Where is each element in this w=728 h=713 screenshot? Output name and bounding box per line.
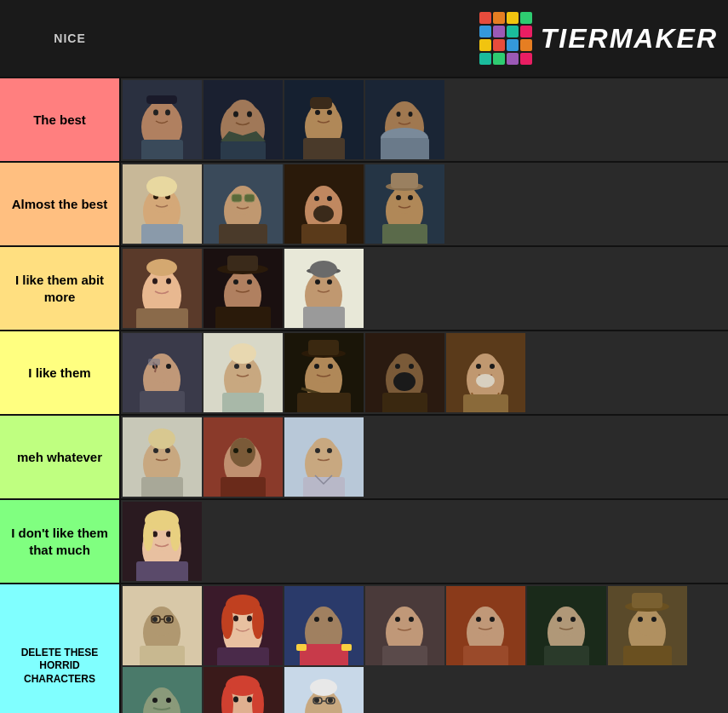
- list-item[interactable]: [123, 80, 202, 159]
- list-item[interactable]: [284, 80, 364, 159]
- list-item[interactable]: [365, 164, 444, 244]
- list-item[interactable]: [203, 80, 283, 159]
- svg-point-130: [153, 448, 158, 453]
- list-item[interactable]: [203, 417, 283, 497]
- logo-text: TiERMAKER: [541, 23, 718, 55]
- tier-row-meh: meh whatever: [0, 414, 728, 498]
- svg-rect-181: [300, 644, 348, 665]
- list-item[interactable]: [284, 417, 364, 497]
- svg-point-124: [490, 364, 495, 369]
- svg-rect-209: [623, 646, 672, 665]
- svg-point-118: [393, 372, 416, 391]
- list-item[interactable]: [284, 164, 364, 244]
- svg-rect-157: [136, 561, 188, 581]
- svg-point-213: [152, 698, 158, 703]
- svg-point-179: [314, 617, 319, 622]
- svg-point-78: [233, 279, 238, 285]
- list-item[interactable]: [365, 80, 444, 159]
- svg-rect-23: [221, 141, 266, 159]
- svg-point-140: [233, 448, 238, 453]
- list-item[interactable]: [123, 249, 202, 328]
- svg-point-141: [247, 448, 252, 453]
- list-item[interactable]: [203, 164, 283, 244]
- svg-point-73: [146, 259, 177, 276]
- list-item[interactable]: [446, 333, 525, 412]
- list-item[interactable]: [123, 417, 202, 497]
- svg-rect-201: [544, 646, 589, 665]
- svg-rect-119: [382, 393, 427, 412]
- svg-point-198: [553, 607, 579, 635]
- list-item[interactable]: [123, 586, 202, 665]
- tier-items-meh: [119, 416, 728, 498]
- svg-point-162: [166, 617, 171, 622]
- svg-rect-81: [227, 256, 258, 271]
- tier-row-best: The best: [0, 77, 728, 161]
- tier-items-dont-like: [119, 500, 728, 583]
- svg-rect-104: [222, 393, 264, 412]
- header: NICE: [0, 0, 728, 77]
- tier-items-delete: [119, 584, 728, 713]
- tier-row-almost: Almost the best: [0, 161, 728, 245]
- svg-point-64: [408, 195, 413, 200]
- svg-point-33: [391, 101, 418, 130]
- svg-point-56: [314, 196, 319, 201]
- list-item[interactable]: [284, 586, 364, 665]
- tiermaker-container: NICE: [0, 0, 728, 713]
- svg-point-79: [247, 279, 252, 285]
- svg-point-171: [247, 616, 252, 622]
- svg-point-188: [409, 617, 414, 622]
- svg-point-146: [315, 448, 320, 453]
- svg-point-35: [409, 112, 413, 117]
- svg-point-155: [143, 520, 153, 551]
- list-item[interactable]: [446, 586, 525, 665]
- list-item[interactable]: [284, 249, 364, 328]
- svg-rect-43: [141, 224, 183, 244]
- svg-point-71: [152, 279, 158, 285]
- tier-label-dont-like: I don't like them that much: [0, 500, 119, 583]
- svg-point-95: [166, 364, 171, 369]
- svg-point-109: [328, 364, 333, 369]
- svg-point-147: [327, 448, 332, 453]
- svg-rect-30: [310, 97, 332, 109]
- list-item[interactable]: [203, 249, 283, 328]
- svg-point-57: [327, 196, 332, 201]
- svg-point-156: [170, 520, 181, 551]
- tier-items-almost: [119, 163, 728, 245]
- list-item[interactable]: [203, 586, 283, 665]
- svg-rect-52: [219, 224, 267, 244]
- svg-rect-126: [463, 394, 508, 412]
- svg-point-173: [221, 605, 233, 639]
- list-item[interactable]: [527, 586, 606, 665]
- svg-point-174: [252, 605, 264, 639]
- list-item[interactable]: [123, 502, 202, 581]
- list-item[interactable]: [284, 333, 364, 412]
- list-item[interactable]: [365, 586, 444, 665]
- tier-row-like: I like them: [0, 330, 728, 414]
- list-item[interactable]: [608, 586, 687, 665]
- list-item[interactable]: [284, 667, 364, 713]
- svg-rect-66: [391, 173, 418, 188]
- list-item[interactable]: [203, 333, 283, 412]
- list-item[interactable]: [123, 667, 202, 713]
- svg-rect-148: [303, 477, 345, 497]
- svg-point-145: [311, 438, 336, 467]
- svg-point-194: [490, 617, 495, 622]
- svg-point-230: [310, 679, 337, 696]
- list-item[interactable]: [123, 164, 202, 244]
- list-item[interactable]: [123, 333, 202, 412]
- tier-row-dont-like: I don't like them that much: [0, 498, 728, 583]
- list-item[interactable]: [203, 667, 283, 713]
- svg-rect-182: [296, 644, 307, 651]
- svg-point-229: [328, 698, 333, 703]
- svg-point-89: [310, 261, 337, 278]
- svg-point-87: [327, 279, 332, 285]
- tier-label-delete: DELETE THESE HORRID CHARACTERS: [0, 584, 119, 713]
- svg-point-63: [396, 195, 401, 200]
- svg-point-160: [149, 607, 175, 635]
- svg-rect-142: [221, 477, 266, 497]
- svg-point-72: [166, 279, 171, 285]
- svg-rect-208: [632, 593, 662, 608]
- svg-point-93: [149, 354, 175, 382]
- svg-rect-17: [146, 95, 177, 104]
- list-item[interactable]: [365, 333, 444, 412]
